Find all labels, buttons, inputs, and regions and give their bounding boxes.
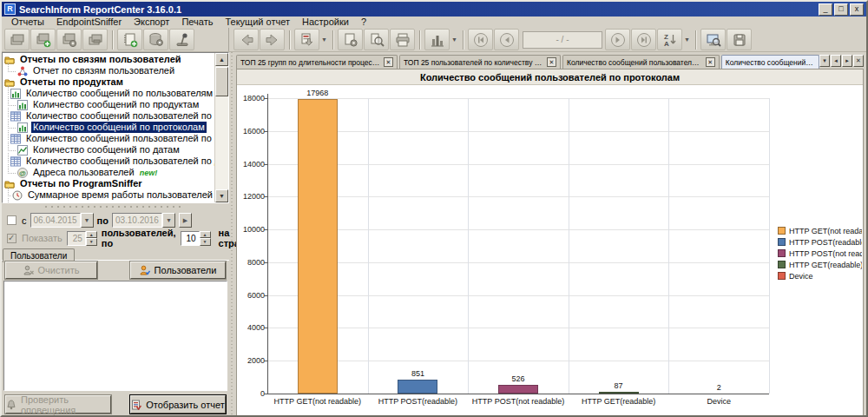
screen-preview-button[interactable] [700, 29, 726, 50]
tree-item-4[interactable]: Количество сообщений по пользователям [3, 88, 214, 99]
bar-value-label: 2 [717, 383, 721, 392]
report-button[interactable] [4, 29, 30, 50]
per-page-stepper[interactable]: 10 ▲ ▼ [181, 231, 211, 246]
date-filter-checkbox[interactable] [7, 215, 16, 225]
spin-up-icon[interactable]: ▲ [86, 231, 97, 239]
menu-item-1[interactable]: Отчеты [5, 17, 50, 28]
print-button[interactable] [390, 29, 415, 50]
tab-close-icon[interactable]: ✕ [384, 57, 393, 67]
forward-button[interactable] [260, 29, 285, 50]
menubar: ОтчетыEndpointSnifferЭкспортПечатьТекущи… [2, 17, 866, 28]
menu-item-5[interactable]: Текущий отчет [219, 17, 296, 28]
category-separator [468, 98, 469, 394]
tree-item-label: Суммарное время работы пользователей [26, 189, 214, 201]
maximize-button[interactable]: □ [834, 3, 848, 16]
document-tab-3[interactable]: Количество сообщений пользователей по дн… [562, 55, 720, 69]
tree-item-11[interactable]: @Адреса пользователейnew! [3, 167, 214, 178]
page-setup-button[interactable] [338, 29, 363, 50]
y-axis-tick-label: 18000 [239, 94, 265, 103]
next-page-button[interactable] [605, 29, 630, 50]
sort-button[interactable]: ZA [657, 29, 682, 50]
tree-item-label: Количество сообщений по продуктам [31, 99, 201, 110]
show-report-button[interactable]: Отобразить отчет [130, 395, 226, 414]
tree-item-14[interactable]: Суммарная активность процессов [3, 201, 214, 202]
scroll-up-icon[interactable]: ▲ [215, 53, 228, 66]
scrollbar-track[interactable] [215, 66, 228, 189]
tree-item-1[interactable]: Отчеты по связям пользователей [3, 54, 214, 65]
tree-item-7[interactable]: Количество сообщений по протоколам [3, 122, 214, 133]
menu-item-7[interactable]: ? [355, 17, 372, 28]
document-tab-1[interactable]: ТОП 25 групп по длительности процессов п… [236, 55, 398, 69]
gridline [267, 262, 769, 263]
chevron-down-icon[interactable]: ▼ [450, 29, 458, 50]
first-page-button[interactable] [468, 29, 493, 50]
users-button[interactable]: Пользователи [130, 261, 226, 279]
show-checkbox[interactable]: ✓ [7, 234, 16, 243]
report-add-button[interactable] [30, 29, 56, 50]
show-count-stepper[interactable]: 25 ▲ ▼ [67, 231, 97, 246]
document-tab-4[interactable]: Количество сообщений пользо [721, 55, 819, 69]
legend-swatch [778, 261, 786, 268]
close-button[interactable]: x [850, 3, 864, 16]
spin-up-icon[interactable]: ▲ [200, 231, 211, 239]
toolbar-right: ▼▼- / -ZA▼ [229, 28, 866, 51]
expand-dates-button[interactable]: ▶ [179, 213, 192, 228]
tree-item-12[interactable]: Отчеты по ProgramSniffer [3, 178, 214, 189]
tree-item-label: Адреса пользователей [31, 167, 136, 178]
save-button[interactable] [727, 29, 752, 50]
tree-item-5[interactable]: Количество сообщений по продуктам [3, 99, 214, 110]
minimize-button[interactable]: _ [819, 3, 832, 16]
document-tab-2[interactable]: ТОП 25 пользователей по количеству сообщ… [399, 55, 561, 69]
toolbar-separator [463, 30, 464, 50]
switch-button[interactable] [169, 29, 194, 50]
database-settings-button[interactable] [143, 29, 168, 50]
tree-item-6[interactable]: Количество сообщений пользователей по пр… [3, 110, 214, 122]
tab-close-icon[interactable]: ✕ [853, 55, 864, 67]
tab-list-icon[interactable]: ▾ [819, 55, 830, 67]
print-preview-button[interactable] [364, 29, 389, 50]
tree-item-8[interactable]: Количество сообщений пользователей по пр… [3, 133, 214, 144]
app-icon: R [4, 3, 16, 15]
chart-type-button[interactable] [424, 29, 450, 50]
export-pdf-button[interactable] [294, 29, 319, 50]
tab-scroll-left-icon[interactable]: ◂ [831, 55, 841, 67]
menu-item-3[interactable]: Экспорт [128, 17, 175, 28]
chevron-down-icon[interactable]: ▼ [162, 213, 175, 228]
report-settings-button[interactable] [56, 29, 82, 50]
tree-item-2[interactable]: Отчет по связям пользователей [3, 65, 214, 76]
tab-users[interactable]: Пользователи [3, 248, 75, 262]
tree-item-10[interactable]: Количество сообщений пользователей по да… [3, 156, 214, 167]
horizontal-splitter[interactable] [45, 205, 184, 208]
date-to-select[interactable]: 03.10.2016 ▼ [112, 213, 175, 228]
chevron-down-icon[interactable]: ▼ [320, 29, 328, 50]
prev-page-button[interactable] [494, 29, 519, 50]
legend-swatch [778, 227, 786, 235]
last-page-button[interactable] [631, 29, 656, 50]
clear-button[interactable]: Очистить [5, 261, 97, 279]
scrollbar-thumb[interactable] [215, 67, 228, 96]
legend-label: HTTP GET(not readable) [789, 227, 862, 235]
chevron-down-icon[interactable]: ▼ [81, 213, 94, 228]
check-alerts-button[interactable]: Проверить оповещения [5, 395, 111, 414]
date-from-select[interactable]: 06.04.2015 ▼ [30, 213, 94, 228]
tree-item-9[interactable]: Количество сообщений по датам [3, 144, 214, 156]
users-list[interactable] [3, 281, 227, 391]
tree-item-3[interactable]: Отчеты по продуктам [3, 76, 214, 88]
spin-down-icon[interactable]: ▼ [200, 238, 211, 246]
tree-scrollbar[interactable]: ▲ ▼ [214, 53, 228, 202]
report-copy-button[interactable] [82, 29, 108, 50]
scroll-down-icon[interactable]: ▼ [215, 189, 228, 202]
tab-scroll-right-icon[interactable]: ▸ [842, 55, 852, 67]
x-axis-category-label: HTTP POST(readable) [378, 397, 457, 406]
menu-item-4[interactable]: Печать [175, 17, 219, 28]
menu-item-2[interactable]: EndpointSniffer [50, 17, 128, 28]
chevron-down-icon[interactable]: ▼ [683, 29, 691, 50]
menu-item-6[interactable]: Настройки [296, 17, 355, 28]
notebook-add-button[interactable] [117, 29, 142, 50]
tab-close-icon[interactable]: ✕ [547, 57, 556, 67]
y-axis-tick-label: 14000 [239, 160, 265, 169]
back-button[interactable] [233, 29, 259, 50]
spin-down-icon[interactable]: ▼ [86, 238, 97, 246]
tree-item-13[interactable]: Суммарное время работы пользователей [3, 189, 214, 201]
tab-close-icon[interactable]: ✕ [706, 57, 715, 67]
